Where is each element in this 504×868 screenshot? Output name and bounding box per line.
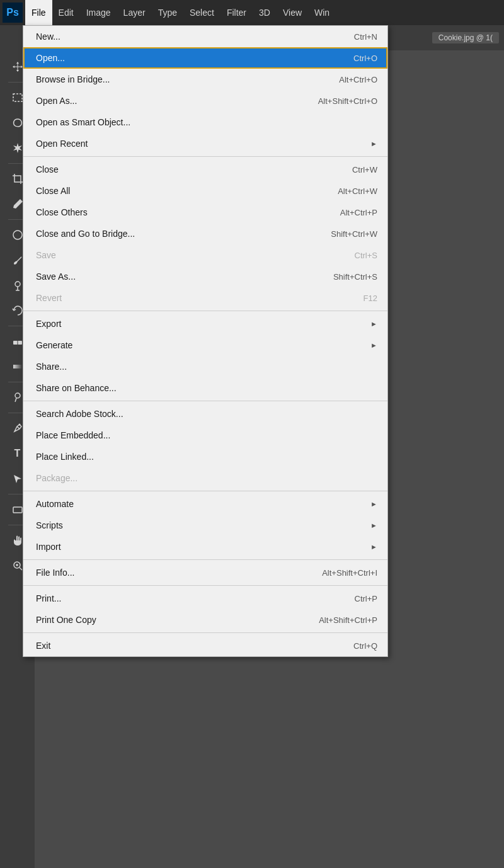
menu-item-save-as-shortcut: Shift+Ctrl+S [333,272,377,282]
menu-item-open-as[interactable]: Open As... Alt+Shift+Ctrl+O [23,90,387,111]
menu-item-revert-shortcut: F12 [364,294,377,303]
menu-item-close-shortcut: Ctrl+W [352,165,377,174]
svg-line-11 [20,568,22,570]
menu-item-place-embedded-label: Place Embedded... [36,430,110,440]
menu-item-export[interactable]: Export ► [23,313,387,334]
menu-item-place-embedded[interactable]: Place Embedded... [23,425,387,446]
menu-item-open-recent[interactable]: Open Recent ► [23,133,387,154]
menu-item-save-shortcut: Ctrl+S [355,251,377,260]
tab-cookie-jpg[interactable]: Cookie.jpg @ 1( [432,32,499,43]
menu-item-close-all[interactable]: Close All Alt+Ctrl+W [23,180,387,202]
separator-2 [23,311,387,311]
menu-item-search-stock[interactable]: Search Adobe Stock... [23,403,387,425]
menu-item-place-linked-label: Place Linked... [36,452,94,462]
menu-item-share-label: Share... [36,362,67,372]
separator-7 [23,632,387,633]
menu-item-exit-shortcut: Ctrl+Q [353,641,377,651]
menu-item-open-label: Open... [36,53,65,63]
menu-item-close-all-label: Close All [36,186,70,196]
generate-arrow: ► [370,341,377,349]
menu-item-close-others-label: Close Others [36,207,88,217]
svg-point-2 [13,231,22,239]
menu-item-close-bridge[interactable]: Close and Go to Bridge... Shift+Ctrl+W [23,223,387,244]
svg-rect-0 [13,94,22,101]
menu-item-revert-label: Revert [36,293,62,303]
menu-item-browse-bridge-label: Browse in Bridge... [36,74,110,84]
menu-item-exit[interactable]: Exit Ctrl+Q [23,635,387,656]
open-recent-arrow: ► [370,140,377,147]
menu-item-scripts-label: Scripts [36,520,63,530]
menu-item-print-one-copy-shortcut: Alt+Shift+Ctrl+P [319,615,377,625]
menu-item-automate-label: Automate [36,499,74,509]
menu-item-layer[interactable]: Layer [117,0,152,25]
menu-bar: Ps File Edit Image Layer Type Select Fil… [0,0,504,25]
menu-item-open-as-shortcut: Alt+Shift+Ctrl+O [318,96,377,106]
separator-5 [23,559,387,560]
menu-item-browse-bridge-shortcut: Alt+Ctrl+O [339,75,377,84]
menu-item-open[interactable]: Open... Ctrl+O [23,47,387,69]
menu-item-win[interactable]: Win [308,0,336,25]
menu-item-close-all-shortcut: Alt+Ctrl+W [338,186,377,196]
menu-item-open-smart-object[interactable]: Open as Smart Object... [23,111,387,133]
menu-item-print-label: Print... [36,593,61,603]
menu-item-generate-label: Generate [36,340,72,350]
menu-item-view[interactable]: View [277,0,308,25]
menu-item-generate[interactable]: Generate ► [23,334,387,356]
menu-item-3d[interactable]: 3D [253,0,277,25]
separator-3 [23,401,387,401]
ps-logo: Ps [3,3,23,23]
svg-rect-9 [13,507,22,513]
menu-item-edit[interactable]: Edit [52,0,80,25]
menu-item-file[interactable]: File [25,0,52,25]
menu-item-open-smart-object-label: Open as Smart Object... [36,117,130,127]
menu-item-new-label: New... [36,31,60,42]
menu-item-place-linked[interactable]: Place Linked... [23,446,387,467]
automate-arrow: ► [370,500,377,508]
menu-item-select[interactable]: Select [183,0,220,25]
menu-item-filter[interactable]: Filter [220,0,253,25]
svg-marker-1 [13,143,22,153]
menu-item-share-behance[interactable]: Share on Behance... [23,377,387,399]
menu-item-package-label: Package... [36,473,77,483]
svg-rect-6 [13,365,22,368]
menu-item-print-shortcut: Ctrl+P [355,594,377,603]
menu-item-new[interactable]: New... Ctrl+N [23,26,387,47]
menu-item-browse-bridge[interactable]: Browse in Bridge... Alt+Ctrl+O [23,69,387,90]
separator-4 [23,491,387,491]
menu-item-save-as[interactable]: Save As... Shift+Ctrl+S [23,266,387,287]
file-dropdown-menu: New... Ctrl+N Open... Ctrl+O Browse in B… [23,25,388,657]
menu-item-revert: Revert F12 [23,287,387,309]
menu-item-print-one-copy[interactable]: Print One Copy Alt+Shift+Ctrl+P [23,609,387,631]
menu-item-save-as-label: Save As... [36,271,76,282]
svg-point-7 [15,393,20,398]
menu-item-close-others-shortcut: Alt+Ctrl+P [340,208,377,217]
menu-item-import-label: Import [36,542,61,552]
menu-item-type[interactable]: Type [152,0,183,25]
menu-item-import[interactable]: Import ► [23,536,387,557]
menu-item-automate[interactable]: Automate ► [23,493,387,515]
menu-item-image[interactable]: Image [80,0,117,25]
menu-item-close-bridge-label: Close and Go to Bridge... [36,229,135,239]
menu-item-close-bridge-shortcut: Shift+Ctrl+W [331,229,377,239]
menu-item-scripts[interactable]: Scripts ► [23,515,387,536]
menu-item-close-label: Close [36,164,59,174]
separator-6 [23,585,387,586]
menu-item-share[interactable]: Share... [23,356,387,377]
import-arrow: ► [370,543,377,551]
menu-item-file-info[interactable]: File Info... Alt+Shift+Ctrl+I [23,562,387,583]
menu-item-save-label: Save [36,250,56,260]
menu-item-open-recent-label: Open Recent [36,139,88,149]
menu-item-save: Save Ctrl+S [23,244,387,266]
menu-item-close[interactable]: Close Ctrl+W [23,159,387,180]
menu-item-search-stock-label: Search Adobe Stock... [36,409,123,419]
menu-item-print-one-copy-label: Print One Copy [36,615,96,625]
svg-point-3 [15,282,20,287]
menu-item-export-label: Export [36,319,61,329]
scripts-arrow: ► [370,522,377,529]
menu-item-share-behance-label: Share on Behance... [36,383,117,393]
menu-item-close-others[interactable]: Close Others Alt+Ctrl+P [23,202,387,223]
menu-item-new-shortcut: Ctrl+N [354,32,377,42]
menu-item-exit-label: Exit [36,641,50,651]
menu-item-open-as-label: Open As... [36,96,77,106]
menu-item-print[interactable]: Print... Ctrl+P [23,588,387,609]
